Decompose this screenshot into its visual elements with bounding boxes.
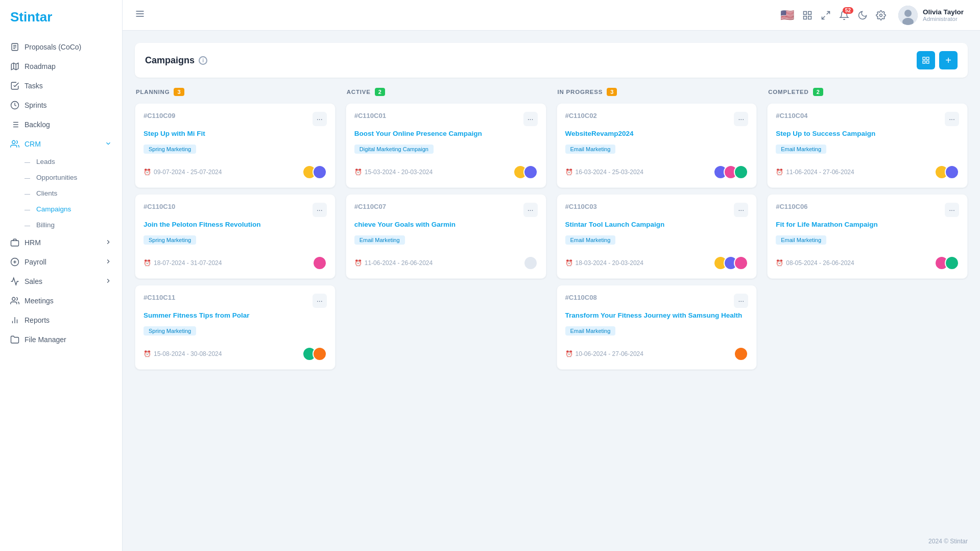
column-active: ACTIVE 2 #C110C01 ··· Boost Your Online … [346, 88, 546, 376]
settings-button[interactable] [876, 10, 886, 20]
card-date-text: 09-07-2024 - 25-07-2024 [154, 169, 222, 176]
card-C110C03[interactable]: #C110C03 ··· Stintar Tool Launch Campaig… [557, 194, 757, 279]
card-date-text: 11-06-2024 - 26-06-2024 [365, 259, 433, 267]
card-menu-button[interactable]: ··· [945, 112, 959, 126]
card-C110C08[interactable]: #C110C08 ··· Transform Your Fitness Jour… [557, 285, 757, 370]
sidebar-item-crm[interactable]: CRM [0, 134, 122, 154]
card-menu-button[interactable]: ··· [734, 112, 748, 126]
card-date: ⏰ 09-07-2024 - 25-07-2024 [144, 169, 222, 176]
column-title-active: ACTIVE [347, 89, 371, 95]
logo[interactable]: Stintar [0, 0, 122, 34]
nav-section-main: Proposals (CoCo) Roadmap Tasks Sprints B [0, 34, 122, 352]
column-title-completed: COMPLETED [768, 89, 808, 95]
sidebar-item-campaigns[interactable]: Campaigns [25, 201, 122, 217]
card-C110C04[interactable]: #C110C04 ··· Step Up to Success Campaign… [767, 103, 968, 188]
sidebar-item-hrm[interactable]: HRM [0, 233, 122, 252]
card-id: #C110C02 [565, 112, 597, 119]
user-name: Olivia Taylor [923, 8, 964, 16]
card-title: chieve Your Goals with Garmin [354, 220, 538, 230]
card-menu-button[interactable]: ··· [734, 294, 748, 308]
svg-rect-14 [11, 241, 19, 246]
card-tag: Email Marketing [354, 235, 405, 245]
card-C110C06[interactable]: #C110C06 ··· Fit for Life Marathon Campa… [767, 194, 968, 279]
sidebar-item-file-manager[interactable]: File Manager [0, 330, 122, 349]
menu-toggle-button[interactable] [135, 9, 145, 21]
sidebar-item-sales[interactable]: Sales [0, 272, 122, 291]
crm-icon [10, 139, 19, 149]
card-id: #C110C06 [776, 203, 807, 210]
crm-subnav: Leads Opportunities Clients Campaigns Bi… [0, 154, 122, 233]
card-avatars [313, 256, 327, 270]
card-menu-button[interactable]: ··· [313, 294, 327, 308]
sidebar-item-clients[interactable]: Clients [25, 185, 122, 201]
svg-rect-27 [803, 16, 806, 19]
theme-toggle-button[interactable] [857, 10, 868, 20]
card-date: ⏰ 18-07-2024 - 31-07-2024 [144, 259, 222, 267]
sidebar-item-tasks[interactable]: Tasks [0, 76, 122, 95]
column-completed: COMPLETED 2 #C110C04 ··· Step Up to Succ… [767, 88, 968, 376]
sidebar-item-backlog[interactable]: Backlog [0, 115, 122, 134]
card-header: #C110C02 ··· [565, 112, 749, 126]
card-header: #C110C09 ··· [144, 112, 327, 126]
card-header: #C110C08 ··· [565, 294, 749, 308]
column-badge-completed: 2 [813, 88, 823, 96]
sidebar-item-payroll[interactable]: Payroll [0, 252, 122, 272]
grid-view-button[interactable] [917, 51, 935, 69]
card-title: Boost Your Online Presence Campaign [354, 129, 538, 139]
card-menu-button[interactable]: ··· [313, 203, 327, 217]
add-campaign-button[interactable]: + [939, 51, 958, 69]
card-tag: Email Marketing [776, 145, 826, 154]
info-icon[interactable]: i [199, 56, 207, 65]
card-footer: ⏰ 18-03-2024 - 20-03-2024 [565, 256, 749, 270]
card-header: #C110C04 ··· [776, 112, 959, 126]
sidebar-item-payroll-label: Payroll [25, 258, 46, 266]
layout-button[interactable] [821, 10, 831, 20]
sidebar-item-reports[interactable]: Reports [0, 310, 122, 330]
avatar-sm [945, 256, 959, 270]
flag-button[interactable]: 🇺🇸 [780, 9, 794, 22]
user-profile[interactable]: Olivia Taylor Administrator [894, 4, 968, 27]
card-C110C11[interactable]: #C110C11 ··· Summer Fitness Tips from Po… [135, 285, 336, 370]
card-id: #C110C11 [144, 294, 175, 301]
card-date-text: 16-03-2024 - 25-03-2024 [576, 169, 643, 176]
clock-icon: ⏰ [144, 350, 151, 357]
clock-icon: ⏰ [776, 259, 783, 267]
card-footer: ⏰ 15-08-2024 - 30-08-2024 [144, 347, 327, 361]
clock-icon: ⏰ [354, 259, 362, 267]
card-avatars [302, 165, 327, 179]
sidebar-item-opportunities[interactable]: Opportunities [25, 170, 122, 185]
card-date: ⏰ 16-03-2024 - 25-03-2024 [565, 169, 643, 176]
card-C110C07[interactable]: #C110C07 ··· chieve Your Goals with Garm… [346, 194, 546, 279]
column-title-in-progress: IN PROGRESS [558, 89, 603, 95]
card-C110C02[interactable]: #C110C02 ··· WebsiteRevamp2024 Email Mar… [557, 103, 757, 188]
apps-button[interactable] [802, 10, 812, 20]
notification-button[interactable]: 52 [839, 10, 849, 20]
sidebar-item-proposals[interactable]: Proposals (CoCo) [0, 37, 122, 57]
card-id: #C110C01 [354, 112, 386, 119]
card-menu-button[interactable]: ··· [734, 203, 748, 217]
card-C110C10[interactable]: #C110C10 ··· Join the Peloton Fitness Re… [135, 194, 336, 279]
sidebar-item-clients-label: Clients [36, 189, 57, 197]
card-menu-button[interactable]: ··· [523, 112, 538, 126]
sidebar-item-billing[interactable]: Billing [25, 217, 122, 233]
sidebar-item-meetings[interactable]: Meetings [0, 291, 122, 310]
check-icon [10, 81, 19, 90]
column-header-completed: COMPLETED 2 [767, 88, 968, 96]
card-menu-button[interactable]: ··· [523, 203, 538, 217]
sidebar-item-sprints[interactable]: Sprints [0, 95, 122, 115]
card-id: #C110C04 [776, 112, 807, 119]
card-id: #C110C07 [354, 203, 386, 210]
card-C110C01[interactable]: #C110C01 ··· Boost Your Online Presence … [346, 103, 546, 188]
sidebar-item-leads[interactable]: Leads [25, 154, 122, 170]
card-menu-button[interactable]: ··· [945, 203, 959, 217]
sidebar-item-roadmap[interactable]: Roadmap [0, 57, 122, 76]
avatar-sm [313, 165, 327, 179]
card-menu-button[interactable]: ··· [313, 112, 327, 126]
card-footer: ⏰ 16-03-2024 - 25-03-2024 [565, 165, 749, 179]
chevron-right-icon [105, 238, 112, 247]
sidebar-item-backlog-label: Backlog [25, 121, 50, 129]
avatar-sm [523, 165, 538, 179]
svg-rect-25 [803, 11, 806, 14]
chevron-right-icon3 [105, 277, 112, 286]
card-C110C09[interactable]: #C110C09 ··· Step Up with Mi Fit Spring … [135, 103, 336, 188]
